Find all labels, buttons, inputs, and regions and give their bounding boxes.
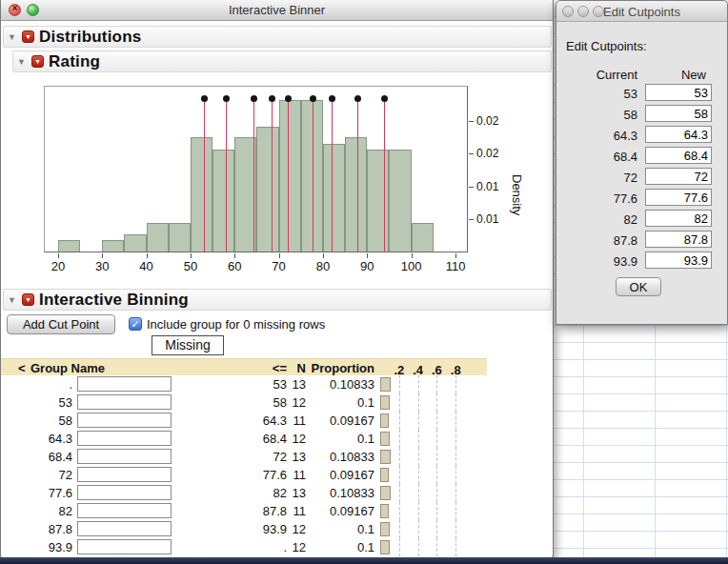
cutpoint-line[interactable] [204,98,205,252]
interactive-binning-header: ▼ ▾ Interactive Binning [3,289,552,311]
scale-grid-line [418,448,419,466]
scale-grid-line [418,375,419,393]
proportion-bar [380,540,390,554]
current-value: 68.4 [576,150,637,164]
group-name-input[interactable] [77,394,172,410]
disclosure-triangle-icon[interactable]: ▼ [17,57,27,67]
current-value: 87.8 [576,233,637,248]
edit-cutpoints-dialog: Edit Cutpoints Edit Cutpoints: Current N… [556,0,728,325]
group-name-input[interactable] [77,539,172,554]
new-value-input[interactable] [645,189,712,206]
y-tick-mark [469,153,474,154]
ok-button[interactable]: OK [616,277,661,296]
proportion-graph-cell [380,466,475,484]
distributions-title: Distributions [39,28,141,47]
cutpoint-row: 68.4 [556,147,728,167]
scale-grid-line [455,466,456,484]
lower-bound-cell: 87.8 [9,522,72,536]
proportion-cell: 0.1 [311,432,374,446]
interactive-binner-window: × Interactive Binner ▼ ▾ Distributions ▼… [0,0,554,558]
include-missing-checkbox[interactable]: ✓ [129,317,142,331]
disclosure-triangle-icon[interactable]: ▼ [8,32,17,42]
cutpoint-handle[interactable] [251,95,257,102]
new-value-input[interactable] [645,147,712,164]
cutpoint-handle[interactable] [329,95,335,102]
new-value-input[interactable] [645,84,712,101]
scale-grid-line [399,430,400,448]
lower-bound-cell: 64.3 [9,432,72,446]
missing-group-box: Missing [152,335,224,355]
cutpoint-handle[interactable] [381,95,388,102]
proportion-graph-cell [380,430,475,448]
scale-grid-line [399,393,400,412]
dialog-title: Edit Cutpoints [556,5,727,19]
cutpoint-line[interactable] [272,98,273,252]
red-triangle-menu-icon[interactable]: ▾ [22,293,34,306]
cutpoint-line[interactable] [288,98,289,252]
scale-grid-line [455,502,456,520]
add-cut-point-button[interactable]: Add Cut Point [7,314,115,334]
histogram-bar [124,234,146,252]
cutpoint-line[interactable] [253,98,254,252]
red-triangle-menu-icon[interactable]: ▾ [31,55,44,68]
cutpoint-handle[interactable] [310,95,316,102]
proportion-bar [380,450,391,464]
red-triangle-menu-icon[interactable]: ▾ [22,30,34,43]
scale-grid-line [436,375,437,393]
lower-bound-cell: 58 [9,413,72,428]
y-tick-mark [469,121,474,122]
new-value-input[interactable] [645,231,712,248]
new-value-input[interactable] [645,252,712,269]
group-name-input[interactable] [77,413,172,428]
new-value-input[interactable] [645,210,712,227]
cutpoint-line[interactable] [313,98,313,252]
n-cell: 11 [258,413,306,428]
cutpoint-line[interactable] [357,98,358,252]
disclosure-triangle-icon[interactable]: ▼ [8,295,17,305]
rating-title: Rating [49,52,100,71]
group-name-input[interactable] [77,521,172,536]
lower-bound-cell: 82 [9,504,72,518]
new-value-input[interactable] [645,105,712,122]
y-tick-label: 0.02 [476,147,498,160]
group-name-input[interactable] [77,449,172,464]
screen: × Interactive Binner ▼ ▾ Distributions ▼… [0,0,728,564]
group-name-input[interactable] [77,503,172,518]
histogram-bar [147,223,169,252]
header-n: N [258,361,306,375]
lower-bound-cell: 68.4 [9,450,72,464]
cutpoint-handle[interactable] [354,95,361,102]
x-tick-label: 110 [446,259,466,273]
histogram-bar [345,137,367,252]
current-value: 64.3 [576,129,637,143]
group-name-input[interactable] [77,431,172,446]
cutpoint-row: 53 [556,84,728,104]
cutpoint-handle[interactable] [269,95,275,102]
cutpoint-handle[interactable] [285,95,292,102]
proportion-bar [380,504,389,518]
x-tick-mark [412,253,413,258]
proportion-cell: 0.1 [311,522,374,536]
x-tick-mark [234,253,235,258]
x-tick-label: 80 [316,259,330,273]
table-row: 8287.8110.09167 [1,502,487,520]
x-tick-mark [147,253,148,258]
n-cell: 13 [258,450,306,464]
scale-grid-line [399,466,400,484]
group-name-input[interactable] [77,467,172,482]
y-tick-mark [469,187,474,188]
group-name-input[interactable] [77,485,172,500]
group-name-input[interactable] [77,376,172,392]
cutpoint-row: 82 [556,210,728,230]
cutpoint-line[interactable] [384,98,385,252]
scale-grid-line [418,393,419,412]
check-icon: ✓ [131,318,139,330]
cutpoint-line[interactable] [226,98,227,252]
current-value: 53 [576,87,637,101]
new-value-input[interactable] [645,126,712,143]
cutpoint-row: 72 [556,168,728,188]
cutpoint-handle[interactable] [201,95,208,102]
cutpoint-handle[interactable] [223,95,230,102]
new-value-input[interactable] [645,168,712,185]
cutpoint-line[interactable] [332,98,333,252]
